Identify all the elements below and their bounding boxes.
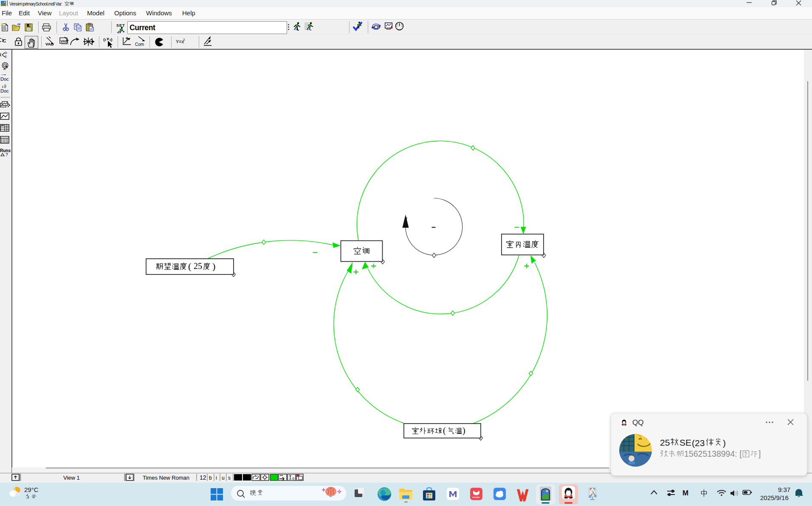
svg-text:Times New Roman: Times New Roman [143,475,189,481]
svg-text:A: A [3,67,6,71]
svg-text:12: 12 [200,474,206,481]
svg-text:s: s [228,475,231,481]
svg-text:SET: SET [116,23,125,28]
svg-text:b: b [209,475,212,481]
svg-text:9:37: 9:37 [778,486,790,493]
svg-text:SE: SE [679,438,691,447]
svg-text:QQ: QQ [632,418,643,427]
svg-text:2: 2 [183,38,185,42]
svg-text:o: o [292,476,294,481]
svg-text:(: ( [443,426,446,435]
svg-text:u: u [222,475,225,481]
svg-text:E: E [5,55,7,59]
svg-text:(23: (23 [692,438,705,448]
svg-text:Doc: Doc [0,88,9,93]
svg-text:25: 25 [194,261,202,271]
svg-text:(: ( [188,261,191,271]
svg-text:): ) [462,426,465,435]
svg-text:]: ] [758,449,761,458]
svg-text:25: 25 [660,438,670,447]
svg-text:Doc: Doc [0,76,9,82]
svg-text:View 1: View 1 [63,475,80,481]
svg-text:D: D [5,51,7,55]
svg-text:M: M [682,489,688,497]
svg-text:HUAWEI: HUAWEI [473,496,480,498]
svg-text:29°C: 29°C [24,486,39,493]
svg-text:Com: Com [135,42,144,47]
svg-text:): ) [723,438,726,448]
svg-text:15625138994: [: 15625138994: [ [684,449,742,458]
svg-text:i: i [216,475,217,481]
svg-text:2025/9/16: 2025/9/16 [760,494,789,501]
svg-text:?: ? [6,153,8,157]
svg-text:): ) [212,261,215,271]
